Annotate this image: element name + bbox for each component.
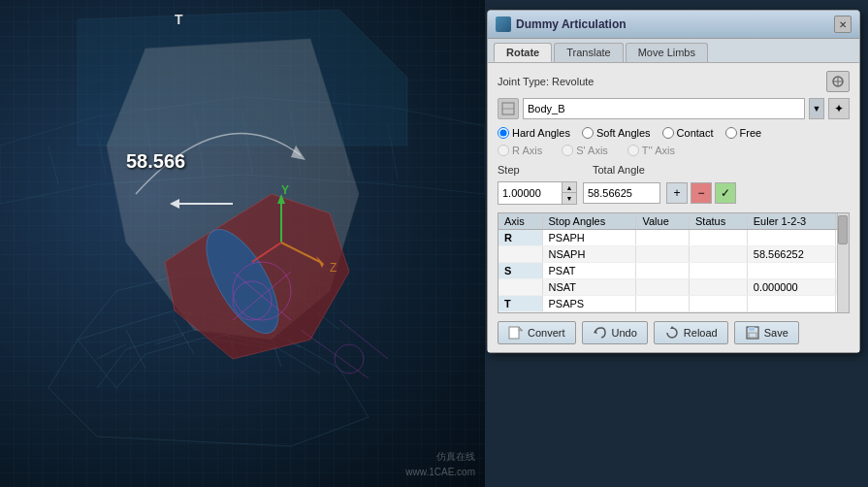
row-axis-s: S xyxy=(498,263,542,279)
body-dropdown[interactable]: Body_B xyxy=(523,98,805,119)
confirm-button[interactable]: ✓ xyxy=(715,182,736,204)
tab-rotate[interactable]: Rotate xyxy=(494,43,552,62)
radio-contact[interactable]: Contact xyxy=(662,127,714,139)
row-stop-nsaph: NSAPH xyxy=(542,246,636,263)
step-spin-down[interactable]: ▼ xyxy=(563,193,576,204)
row-value-4 xyxy=(636,296,690,312)
table-row: NSAT 0.000000 xyxy=(498,279,849,296)
table-row: S PSAT xyxy=(498,263,849,279)
table-row: R PSAPH xyxy=(498,230,849,246)
row-status-4 xyxy=(690,296,748,312)
save-label: Save xyxy=(764,327,788,339)
watermark-url: www.1CAE.com xyxy=(405,467,475,477)
viewport-axis-label-t: T xyxy=(175,12,183,27)
radio-t-axis: T'' Axis xyxy=(627,145,675,156)
total-angle-label: Total Angle xyxy=(544,164,850,176)
col-header-euler: Euler 1-2-3 xyxy=(747,213,835,230)
convert-label: Convert xyxy=(528,327,565,339)
row-axis-t: T xyxy=(498,296,542,312)
row-value-3 xyxy=(636,279,690,296)
tab-translate[interactable]: Translate xyxy=(554,43,623,62)
row-euler-4 xyxy=(747,296,835,312)
table-row: T PSAPS xyxy=(498,296,849,312)
row-euler-1: 58.566252 xyxy=(747,246,835,263)
undo-button[interactable]: Undo xyxy=(582,321,648,344)
row-axis-empty-1 xyxy=(498,246,542,263)
dialog-title-text: Dummy Articulation xyxy=(516,17,627,31)
dummy-articulation-dialog: Dummy Articulation ✕ Rotate Translate Mo… xyxy=(487,10,860,353)
undo-icon xyxy=(593,326,608,340)
axis-radios: R Axis S' Axis T'' Axis xyxy=(498,145,850,156)
joint-type-row: Joint Type: Revolute xyxy=(498,71,850,92)
minus-button[interactable]: − xyxy=(691,182,712,204)
articulation-data-table-wrap: Axis Stop Angles Value Status Euler 1-2-… xyxy=(498,212,850,313)
save-button[interactable]: Save xyxy=(734,321,799,344)
body-selector-icon xyxy=(498,98,519,119)
svg-line-33 xyxy=(339,320,388,359)
row-stop-nsat: NSAT xyxy=(542,279,636,296)
step-label: Step xyxy=(498,164,536,176)
row-status-3 xyxy=(690,279,748,296)
articulation-data-table: Axis Stop Angles Value Status Euler 1-2-… xyxy=(498,213,849,312)
row-euler-3: 0.000000 xyxy=(747,279,835,296)
joint-type-label: Joint Type: Revolute xyxy=(498,76,594,87)
total-angle-input[interactable] xyxy=(583,182,660,204)
dialog-body: Joint Type: Revolute Body_B ▼ ✦ Hard Ang… xyxy=(488,63,859,352)
step-input-wrapper: ▲ ▼ xyxy=(498,181,577,205)
step-input[interactable] xyxy=(498,182,562,204)
step-spin-up[interactable]: ▲ xyxy=(563,182,576,193)
col-header-axis: Axis xyxy=(498,213,542,230)
convert-button[interactable]: Convert xyxy=(498,321,576,344)
col-header-status: Status xyxy=(690,213,748,230)
dialog-titlebar: Dummy Articulation ✕ xyxy=(488,11,859,39)
3d-viewport: Y Z T 58.566 仿真在线 www.1CAE.com xyxy=(0,0,485,487)
body-dropdown-arrow[interactable]: ▼ xyxy=(809,98,824,119)
row-axis-empty-2 xyxy=(498,279,542,296)
add-button[interactable]: + xyxy=(666,182,688,204)
row-value-0 xyxy=(636,230,690,246)
col-header-stop-angles: Stop Angles xyxy=(542,213,636,230)
svg-text:Y: Y xyxy=(281,183,289,197)
radio-r-axis: R Axis xyxy=(498,145,542,156)
radio-s-axis: S' Axis xyxy=(562,145,608,156)
save-icon xyxy=(745,326,760,340)
row-status-1 xyxy=(690,246,748,263)
angle-display: 58.566 xyxy=(126,150,185,173)
radio-hard-angles[interactable]: Hard Angles xyxy=(498,127,570,139)
row-stop-psaph: PSAPH xyxy=(542,230,636,246)
table-scrollbar-track[interactable] xyxy=(837,213,849,312)
convert-icon xyxy=(508,326,524,340)
svg-rect-45 xyxy=(749,327,755,331)
radio-soft-angles[interactable]: Soft Angles xyxy=(582,127,651,139)
dialog-tabs: Rotate Translate Move Limbs xyxy=(488,39,859,63)
reload-button[interactable]: Reload xyxy=(654,321,728,344)
body-star-button[interactable]: ✦ xyxy=(828,98,850,119)
tab-move-limbs[interactable]: Move Limbs xyxy=(626,43,708,62)
action-buttons: + − ✓ xyxy=(666,182,736,204)
table-scrollbar-thumb[interactable] xyxy=(838,215,848,244)
reload-icon xyxy=(664,326,680,340)
row-value-1 xyxy=(636,246,690,263)
bottom-action-buttons: Convert Undo Reload Save xyxy=(498,321,850,344)
row-axis-r: R xyxy=(498,230,542,246)
radio-free[interactable]: Free xyxy=(725,127,762,139)
row-value-2 xyxy=(636,263,690,279)
svg-line-5 xyxy=(97,344,126,359)
svg-text:Z: Z xyxy=(330,261,337,275)
angle-type-radios: Hard Angles Soft Angles Contact Free xyxy=(498,127,850,139)
dialog-title: Dummy Articulation xyxy=(496,16,627,32)
svg-rect-40 xyxy=(509,327,519,339)
svg-point-34 xyxy=(335,344,364,373)
dialog-title-icon xyxy=(496,16,511,32)
undo-label: Undo xyxy=(612,327,637,339)
row-euler-2 xyxy=(747,263,835,279)
watermark-chinese: 仿真在线 xyxy=(436,450,475,464)
body-selector-row: Body_B ▼ ✦ xyxy=(498,98,850,119)
reload-label: Reload xyxy=(684,327,718,339)
dialog-close-button[interactable]: ✕ xyxy=(834,16,852,33)
col-header-value: Value xyxy=(636,213,690,230)
svg-line-9 xyxy=(48,146,58,184)
step-spinners: ▲ ▼ xyxy=(562,182,576,204)
svg-line-1 xyxy=(126,330,145,369)
joint-icon-button[interactable] xyxy=(826,71,850,92)
